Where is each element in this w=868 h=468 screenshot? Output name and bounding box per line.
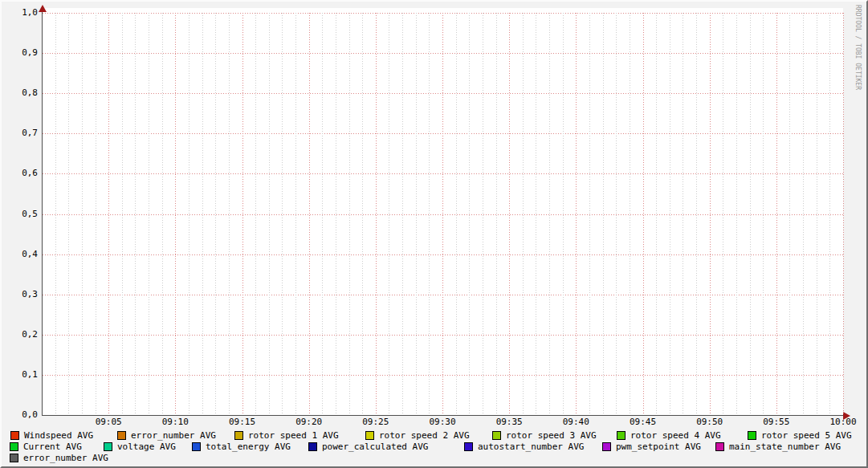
x-tick-label: 09:55 [759, 417, 794, 427]
x-tick-label: 09:10 [157, 417, 193, 427]
v-gridline-major [175, 13, 176, 415]
v-gridline-minor [149, 13, 149, 415]
y-tick-label: 0,6 [2, 169, 38, 178]
v-gridline-minor [563, 13, 564, 415]
legend-item: error_number AVG [10, 453, 108, 463]
legend-item-label: error_number AVG [131, 430, 216, 441]
v-gridline-minor [162, 13, 163, 415]
legend-item: power_calculated AVG [308, 442, 428, 452]
legend-item: autostart_number AVG [464, 442, 584, 452]
y-tick-label: 0,5 [2, 210, 38, 219]
y-axis-arrow-icon [39, 5, 47, 12]
legend-item-label: total_energy AVG [206, 442, 291, 452]
legend-item-label: Windspeed AVG [24, 430, 93, 441]
v-gridline-minor [349, 13, 350, 415]
legend-row-2: Current AVGvoltage AVGtotal_energy AVGpo… [2, 442, 866, 452]
v-gridline-minor [496, 13, 497, 415]
v-gridline-minor [549, 13, 550, 415]
v-gridline-minor [389, 13, 389, 415]
legend-item: main_state_number AVG [715, 442, 841, 452]
v-gridline-minor [789, 13, 790, 415]
v-gridline-minor [696, 13, 697, 415]
v-gridline-minor [295, 13, 296, 415]
legend-item-label: rotor speed 3 AVG [506, 430, 597, 441]
legend-color-swatch [602, 442, 611, 451]
v-gridline-minor [736, 13, 737, 415]
legend-color-swatch [10, 431, 19, 440]
v-gridline-major [309, 13, 310, 415]
v-gridline-major [776, 13, 777, 415]
legend-item-label: main_state_number AVG [729, 442, 841, 452]
legend-item-label: autostart_number AVG [478, 442, 584, 452]
v-gridline-major [108, 13, 109, 415]
legend-item: voltage AVG [104, 442, 176, 452]
v-gridline-minor [362, 13, 363, 415]
y-tick-label: 0,8 [2, 88, 38, 98]
legend-color-swatch [10, 442, 18, 451]
x-tick-label: 09:45 [626, 417, 661, 427]
legend-item: Current AVG [10, 442, 82, 452]
v-gridline-minor [135, 13, 136, 415]
legend-item-label: Current AVG [23, 442, 82, 452]
v-gridline-major [242, 13, 243, 415]
v-gridline-minor [416, 13, 417, 415]
legend-color-swatch [10, 454, 18, 462]
v-gridline-minor [402, 13, 403, 415]
rrdtool-graph: RRDTOOL / TOBI OETIKER Windspeed AVGerro… [0, 0, 868, 468]
v-gridline-minor [429, 13, 430, 415]
v-gridline-minor [229, 13, 230, 415]
v-gridline-minor [55, 13, 56, 415]
y-tick-label: 0,7 [2, 128, 38, 138]
x-tick-label: 09:05 [91, 417, 126, 427]
legend-color-swatch [192, 442, 201, 451]
v-gridline-minor [122, 13, 123, 415]
v-gridline-minor [763, 13, 764, 415]
v-gridline-minor [68, 13, 69, 415]
legend-color-swatch [365, 431, 374, 440]
v-gridline-major [509, 13, 510, 415]
v-gridline-major [576, 13, 577, 415]
v-gridline-minor [336, 13, 336, 415]
x-tick-label: 09:15 [225, 417, 260, 427]
v-gridline-major [442, 13, 443, 415]
v-gridline-minor [269, 13, 270, 415]
v-gridline-major [843, 13, 844, 415]
v-gridline-minor [523, 13, 524, 415]
v-gridline-minor [616, 13, 617, 415]
v-gridline-minor [82, 13, 83, 415]
legend-item-label: rotor speed 4 AVG [630, 430, 721, 441]
y-tick-label: 0,9 [2, 48, 38, 58]
v-gridline-minor [670, 13, 670, 415]
legend-item-label: rotor speed 5 AVG [761, 430, 852, 441]
legend-color-swatch [234, 431, 243, 440]
v-gridline-minor [723, 13, 723, 415]
legend-color-swatch [748, 431, 756, 440]
legend-row-3: error_number AVG [2, 453, 866, 463]
legend-item: total_energy AVG [192, 442, 291, 452]
y-tick-label: 0,3 [2, 290, 38, 299]
legend-color-swatch [617, 431, 626, 440]
x-tick-label: 09:25 [358, 417, 393, 427]
legend-item-label: error_number AVG [23, 453, 108, 463]
legend-color-swatch [104, 442, 112, 451]
legend-row-1: Windspeed AVGerror_number AVGrotor speed… [2, 430, 866, 441]
legend-item: rotor speed 2 AVG [365, 430, 470, 441]
v-gridline-major [643, 13, 644, 415]
v-gridline-minor [603, 13, 604, 415]
v-gridline-minor [536, 13, 536, 415]
y-tick-label: 0,0 [2, 410, 38, 420]
legend-color-swatch [492, 431, 501, 440]
legend-item-label: rotor speed 2 AVG [379, 430, 470, 441]
v-gridline-minor [829, 13, 830, 415]
legend-item-label: pwm_setpoint AVG [616, 442, 701, 452]
legend-color-swatch [464, 442, 473, 451]
x-axis-line [42, 415, 845, 416]
v-gridline-major [710, 13, 711, 415]
x-tick-label: 09:30 [425, 417, 460, 427]
y-tick-label: 0,4 [2, 250, 38, 259]
v-gridline-minor [803, 13, 804, 415]
y-tick-label: 0,2 [2, 330, 38, 340]
v-gridline-minor [215, 13, 216, 415]
legend-color-swatch [117, 431, 126, 440]
v-gridline-minor [202, 13, 203, 415]
